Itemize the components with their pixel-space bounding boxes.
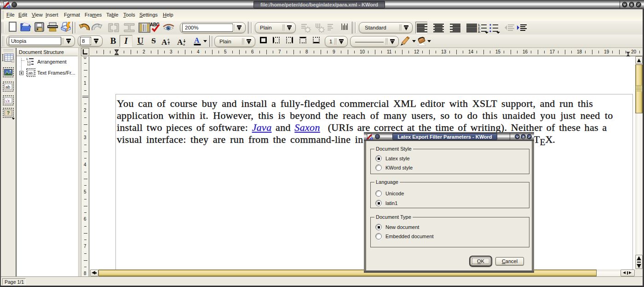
- svg-text:3.: 3.: [478, 30, 481, 33]
- svg-text:A: A: [161, 38, 167, 47]
- svg-text:1.2: 1.2: [27, 63, 31, 65]
- svg-text:ab: ab: [6, 85, 10, 89]
- svg-text:2.: 2.: [478, 27, 481, 30]
- svg-text:A: A: [194, 36, 200, 44]
- svg-text:a: a: [183, 42, 185, 47]
- svg-text:a: a: [167, 37, 169, 41]
- svg-text:1.: 1.: [478, 23, 481, 27]
- svg-text:?: ?: [7, 110, 10, 116]
- svg-text:√x: √x: [6, 99, 10, 103]
- svg-text:ab: ab: [29, 71, 33, 75]
- svg-text:A: A: [177, 38, 183, 47]
